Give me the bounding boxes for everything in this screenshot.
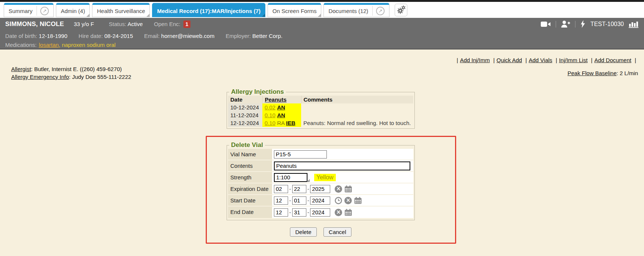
link-add-inj-imm[interactable]: Add Inj/Imm bbox=[460, 57, 490, 63]
dose-link[interactable]: 0.10 bbox=[265, 112, 275, 118]
calendar-icon[interactable] bbox=[344, 185, 352, 193]
email: Email: horner@mieweb.com bbox=[144, 33, 215, 39]
email-label: Email: bbox=[144, 33, 160, 39]
tab-summary[interactable]: Summary ↗ bbox=[4, 3, 54, 17]
tab-admin[interactable]: Admin (4) bbox=[56, 3, 90, 17]
medications-row: Medications: losartan, naproxen sodium o… bbox=[0, 40, 644, 49]
dose-link[interactable]: 0.02 bbox=[265, 104, 275, 111]
form-row-strength: Strength Yellow bbox=[228, 172, 413, 183]
bar-chart-icon[interactable] bbox=[629, 20, 639, 28]
tab-summary-popout[interactable]: ↗ bbox=[37, 6, 49, 16]
start-month-input[interactable] bbox=[274, 196, 288, 205]
tab-on-screen-forms[interactable]: On Screen Forms bbox=[268, 3, 321, 17]
peak-flow-value: : 2 L/min bbox=[616, 70, 638, 76]
date-dash: - bbox=[307, 186, 309, 192]
link-quick-add[interactable]: Quick Add bbox=[496, 57, 522, 63]
end-day-input[interactable] bbox=[292, 208, 306, 217]
vial-name-field bbox=[272, 149, 413, 160]
vial-name-input[interactable] bbox=[274, 150, 327, 159]
patient-age-sex: 33 y/o F bbox=[74, 21, 94, 27]
tab-admin-label: Admin (4) bbox=[61, 8, 85, 14]
small-gear-icon bbox=[401, 5, 406, 10]
divider bbox=[575, 21, 575, 28]
end-date-field: - - × bbox=[272, 207, 413, 218]
clear-circle-icon[interactable]: × bbox=[335, 209, 342, 216]
table-header-row: Date Peanuts Comments bbox=[228, 96, 413, 103]
link-add-document[interactable]: Add Document bbox=[594, 57, 631, 63]
end-month-input[interactable] bbox=[274, 208, 288, 217]
employer: Employer: Better Corp. bbox=[225, 33, 282, 39]
link-separator: | bbox=[635, 57, 636, 63]
link-separator: | bbox=[457, 57, 458, 63]
employer-label: Employer: bbox=[225, 33, 251, 39]
start-day-input[interactable] bbox=[292, 196, 306, 205]
clock-icon[interactable] bbox=[335, 197, 342, 204]
add-person-icon[interactable] bbox=[561, 20, 570, 28]
injection-code-link[interactable]: AN bbox=[277, 104, 285, 111]
expiration-day-input[interactable] bbox=[292, 185, 306, 193]
open-enc-label: Open Enc: bbox=[154, 21, 180, 27]
strength-input[interactable] bbox=[274, 173, 307, 182]
medication-link-naproxen[interactable]: naproxen sodium oral bbox=[62, 42, 116, 48]
tab-medical-record[interactable]: Medical Record (17):MAR/Injections (7) bbox=[152, 3, 265, 17]
expiration-month-input[interactable] bbox=[274, 185, 288, 193]
email-value: horner@mieweb.com bbox=[161, 33, 215, 39]
injection-code-link[interactable]: AN bbox=[277, 112, 285, 118]
employer-value: Better Corp. bbox=[252, 33, 282, 39]
expiration-year-input[interactable] bbox=[310, 185, 330, 193]
tab-medical-record-label: Medical Record (17):MAR/Injections (7) bbox=[157, 8, 261, 14]
patient-status: Status: Active bbox=[109, 21, 143, 27]
injection-action-links: |Add Inj/Imm |Quick Add |Add Vials |Inj/… bbox=[455, 57, 638, 63]
lightning-icon[interactable] bbox=[580, 20, 585, 28]
peak-flow-link[interactable]: Peak Flow Baseline bbox=[568, 70, 617, 76]
calendar-icon[interactable] bbox=[354, 197, 362, 204]
contents-label: Contents bbox=[228, 160, 272, 171]
injection-comment: Peanuts: Normal red swelling. Hot to tou… bbox=[301, 119, 413, 127]
table-row: 11-12-2024 0.10 AN bbox=[228, 111, 413, 119]
strength-field: Yellow bbox=[272, 172, 413, 183]
patient-name: SIMMONS, NICOLE bbox=[5, 20, 64, 28]
status-label: Status: bbox=[109, 21, 126, 27]
table-row: 10-12-2024 0.02 AN bbox=[228, 103, 413, 111]
tab-documents[interactable]: Documents (12) ↗ bbox=[323, 3, 389, 17]
allergy-emergency-link[interactable]: Allergy Emergency Info bbox=[11, 74, 69, 80]
dose-link[interactable]: 0.10 bbox=[265, 120, 275, 126]
tab-health-surveillance[interactable]: Health Surveillance bbox=[92, 3, 150, 17]
link-add-vials[interactable]: Add Vials bbox=[529, 57, 552, 63]
medication-link-losartan[interactable]: losartan bbox=[39, 42, 59, 48]
date-dash: - bbox=[307, 198, 309, 204]
injection-date: 10-12-2024 bbox=[228, 103, 262, 111]
allergy-contacts-block: Allergist: Butler, Internist E. ((260) 4… bbox=[11, 65, 131, 81]
settings-gears-button[interactable] bbox=[395, 4, 407, 16]
tab-documents-popout[interactable]: ↗ bbox=[372, 6, 385, 16]
allergy-emergency-line: Allergy Emergency Info: Judy Doe 555-111… bbox=[11, 73, 131, 81]
start-year-input[interactable] bbox=[310, 196, 330, 205]
contents-input[interactable] bbox=[274, 161, 410, 170]
link-inj-imm-list[interactable]: Inj/Imm List bbox=[559, 57, 588, 63]
start-date-icons: × bbox=[335, 197, 362, 204]
clear-circle-icon[interactable]: × bbox=[344, 197, 352, 204]
delete-vial-buttons: Delete Cancel bbox=[227, 227, 415, 237]
delete-button[interactable]: Delete bbox=[290, 227, 316, 237]
form-row-vial-name: Vial Name bbox=[228, 149, 413, 160]
link-separator: | bbox=[556, 57, 557, 63]
date-dash: - bbox=[289, 209, 291, 215]
patient-demographics-row: Date of birth: 12-18-1990 Hire date: 08-… bbox=[0, 31, 644, 40]
video-camera-icon[interactable] bbox=[541, 21, 551, 27]
allergy-injections-legend: Allergy Injections bbox=[229, 88, 286, 96]
divider bbox=[556, 21, 556, 28]
delete-vial-fieldset: Delete Vial Vial Name Contents Strength bbox=[227, 141, 415, 220]
expiration-date-field: - - × bbox=[272, 183, 413, 194]
clear-circle-icon[interactable]: × bbox=[335, 185, 342, 193]
calendar-icon[interactable] bbox=[344, 209, 352, 216]
allergist-link[interactable]: Allergist bbox=[11, 66, 31, 72]
end-year-input[interactable] bbox=[310, 208, 330, 217]
injection-code-link[interactable]: IEB bbox=[286, 120, 296, 126]
end-date-label: End Date bbox=[228, 207, 272, 218]
injection-entry: 0.02 AN bbox=[262, 103, 301, 111]
resize-corner-icon bbox=[307, 179, 310, 182]
open-enc-count-badge[interactable]: 1 bbox=[183, 20, 190, 28]
hire-date: Hire date: 08-24-2015 bbox=[79, 33, 133, 39]
injection-date: 12-12-2024 bbox=[228, 119, 262, 127]
cancel-button[interactable]: Cancel bbox=[323, 227, 351, 237]
